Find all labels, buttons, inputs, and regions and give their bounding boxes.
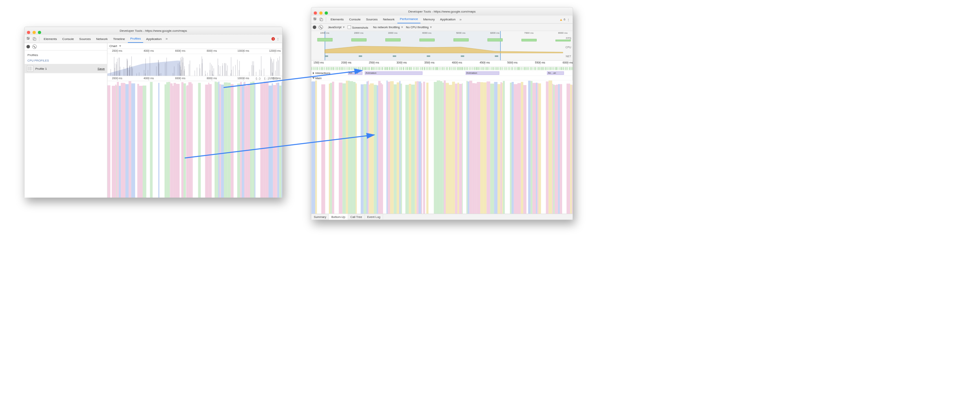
clear-button[interactable] (32, 44, 36, 49)
svg-rect-5 (321, 19, 323, 21)
profile-item[interactable]: Profile 1 Save (25, 64, 107, 73)
device-toggle-icon[interactable] (319, 17, 324, 22)
profiles-sidebar: Profiles CPU PROFILES Profile 1 Save (25, 43, 107, 198)
minimize-icon[interactable] (33, 31, 36, 34)
devtools-toolbar: Elements Console Sources Network Timelin… (25, 35, 282, 43)
truncated-label: (…) (264, 76, 269, 79)
tab-network[interactable]: Network (94, 35, 110, 43)
profile-item-label: Profile 1 (35, 67, 47, 70)
animation-segment[interactable]: Animation (466, 71, 499, 75)
tabs-overflow-icon[interactable]: » (458, 17, 462, 22)
kebab-menu-icon[interactable]: ⋮ (275, 36, 281, 42)
animation-segment[interactable]: An…on (547, 71, 564, 75)
main-flame-chart[interactable] (311, 80, 572, 214)
main-ruler[interactable]: 1500 ms2000 ms2500 ms3000 ms3500 ms4000 … (311, 60, 572, 67)
close-icon[interactable] (314, 11, 317, 15)
cpu-overview-chart[interactable] (107, 54, 282, 76)
minimize-icon[interactable] (319, 11, 322, 15)
tab-profiles[interactable]: Profiles (128, 35, 143, 43)
profile-main: Chart ▼ 2000 ms4000 ms6000 ms8000 ms1000… (107, 43, 282, 198)
warning-count[interactable]: 6 (564, 18, 565, 21)
view-mode-select[interactable]: Chart (109, 44, 117, 47)
tab-sources[interactable]: Sources (77, 35, 93, 43)
tab-memory[interactable]: Memory (421, 16, 437, 24)
animation-segment[interactable]: Ani…ion (348, 71, 363, 75)
tab-sources[interactable]: Sources (363, 16, 380, 24)
record-button[interactable] (313, 25, 316, 29)
tab-event-log[interactable]: Event Log (365, 214, 383, 220)
window-titlebar[interactable]: Developer Tools - https://www.google.com… (25, 27, 282, 35)
window-title: Developer Tools - https://www.google.com… (408, 9, 476, 13)
window-title: Developer Tools - https://www.google.com… (120, 29, 187, 33)
tab-bottom-up[interactable]: Bottom-Up (329, 214, 348, 220)
interactions-row[interactable]: Interactions Ani…ion Animation Animation… (311, 71, 572, 76)
truncated-label: (…) (256, 76, 260, 79)
tab-elements[interactable]: Elements (328, 16, 346, 24)
maximize-icon[interactable] (325, 11, 328, 15)
sidebar-heading: Profiles (25, 51, 107, 58)
frames-strip[interactable] (311, 67, 572, 71)
devtools-toolbar: Elements Console Sources Network Perform… (311, 16, 572, 24)
inspect-icon[interactable] (26, 36, 31, 42)
kebab-menu-icon[interactable]: ⋮ (566, 17, 571, 22)
inspect-icon[interactable] (313, 17, 318, 22)
tab-timeline[interactable]: Timeline (111, 35, 127, 43)
tab-summary[interactable]: Summary (311, 214, 329, 220)
window-titlebar[interactable]: Developer Tools - https://www.google.com… (311, 7, 572, 15)
chevron-down-icon[interactable] (312, 77, 315, 79)
overview-ruler[interactable]: 2000 ms4000 ms6000 ms8000 ms10000 ms1200… (107, 49, 282, 54)
details-tabs: Summary Bottom-Up Call Tree Event Log (311, 214, 572, 220)
network-throttling-select[interactable]: No network throttling ▼ (373, 25, 404, 29)
tab-performance[interactable]: Performance (397, 16, 421, 24)
devtools-window-performance: Developer Tools - https://www.google.com… (311, 7, 573, 220)
tabs-overflow-icon[interactable]: » (165, 37, 169, 41)
flame-ruler[interactable]: (…) (…) (…) 2000 ms4000 ms6000 ms8000 ms… (107, 76, 282, 81)
tab-console[interactable]: Console (347, 16, 363, 24)
record-button[interactable] (27, 45, 30, 49)
chevron-down-icon[interactable]: ▼ (118, 44, 122, 47)
flame-chart[interactable] (107, 81, 282, 198)
tab-console[interactable]: Console (60, 35, 76, 43)
animation-segment[interactable]: Animation (365, 71, 423, 75)
tab-call-tree[interactable]: Call Tree (348, 214, 365, 220)
perf-subtoolbar: JavaScript ▼ Screenshots No network thro… (311, 24, 572, 31)
save-link[interactable]: Save (98, 67, 105, 70)
devtools-window-profiles: Developer Tools - https://www.google.com… (24, 27, 282, 197)
chevron-right-icon[interactable] (313, 72, 314, 74)
sidebar-section-cpu-profiles: CPU PROFILES (25, 58, 107, 64)
profile-icon (27, 65, 33, 72)
screenshots-checkbox[interactable]: Screenshots (348, 25, 368, 29)
maximize-icon[interactable] (38, 31, 41, 34)
main-thread-row[interactable]: Main (311, 76, 572, 80)
warning-icon[interactable]: ▲ (559, 18, 563, 22)
close-icon[interactable] (27, 31, 30, 34)
tab-application[interactable]: Application (144, 35, 164, 43)
performance-overview[interactable]: FPS CPU NET 1000 ms2000 ms3000 ms4000 ms… (311, 31, 572, 60)
tab-elements[interactable]: Elements (41, 35, 59, 43)
tab-application[interactable]: Application (437, 16, 458, 24)
tab-network[interactable]: Network (381, 16, 397, 24)
clear-button[interactable] (319, 25, 323, 29)
device-toggle-icon[interactable] (32, 36, 37, 42)
js-sampling-select[interactable]: JavaScript ▼ (328, 25, 345, 29)
error-badge[interactable]: 1 (272, 37, 275, 41)
cpu-throttling-select[interactable]: No CPU throttling ▼ (406, 25, 432, 29)
svg-rect-2 (34, 38, 36, 40)
